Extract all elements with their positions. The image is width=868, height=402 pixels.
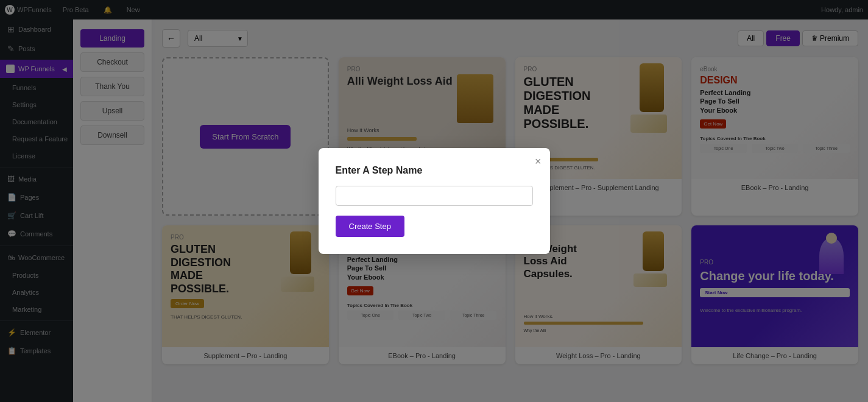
modal-close-button[interactable]: ×: [535, 155, 542, 168]
modal-overlay[interactable]: Enter A Step Name × Create Step: [0, 0, 868, 402]
step-name-input[interactable]: [336, 186, 533, 206]
create-step-button[interactable]: Create Step: [336, 216, 404, 237]
modal-dialog: Enter A Step Name × Create Step: [319, 148, 550, 254]
modal-title: Enter A Step Name: [336, 165, 533, 176]
